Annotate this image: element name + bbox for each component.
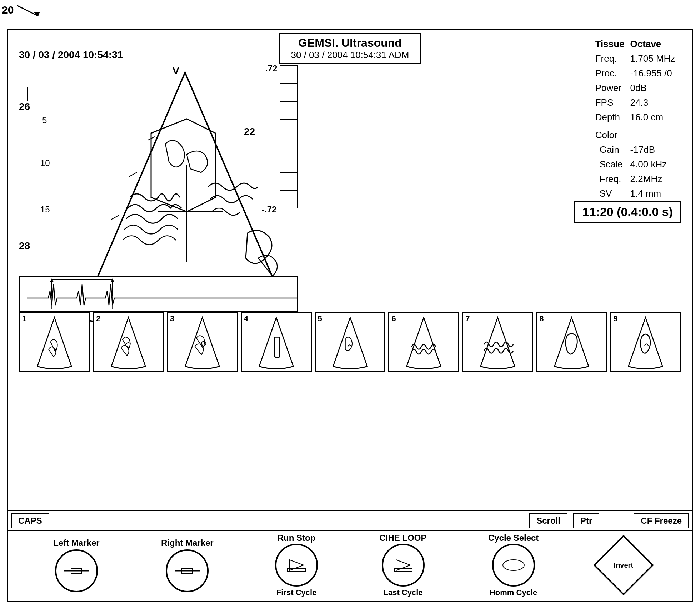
thumbnail-8[interactable]: 8 <box>536 312 607 372</box>
scale-value: 4.00 kHz <box>628 157 681 172</box>
depth-value: 16.0 cm <box>628 110 681 125</box>
fps-value: 24.3 <box>628 95 681 110</box>
bottom-controls: Left Marker Right Marker Run Stop <box>8 533 692 597</box>
left-marker-button[interactable]: Left Marker <box>53 538 99 592</box>
depth-15: 15 <box>40 205 50 215</box>
cf-freeze-button[interactable]: CF Freeze <box>634 513 689 528</box>
cycle-select-top-label: Cycle Select <box>488 533 539 543</box>
run-stop-button[interactable]: Run Stop First Cycle <box>275 533 318 597</box>
cihe-loop-top-label: CIHE LOOP <box>380 533 427 543</box>
proc-label: Proc. <box>592 66 628 81</box>
invert-label: Invert <box>614 561 633 569</box>
gain-value: -17dB <box>628 142 681 157</box>
ref-26: 26 <box>19 87 33 112</box>
scale-label: Scale <box>592 157 628 172</box>
caps-button[interactable]: CAPS <box>11 513 49 528</box>
cihe-loop-bottom-label: Last Cycle <box>383 588 422 597</box>
color-freq-label: Freq. <box>592 172 628 186</box>
run-stop-top-label: Run Stop <box>278 533 316 543</box>
bottom-toolbar: CAPS Scroll Ptr CF Freeze <box>8 510 692 531</box>
sv-label: SV <box>592 186 628 201</box>
color-label: Color <box>592 125 681 142</box>
tissue-label: Tissue <box>592 37 628 51</box>
run-stop-bottom-label: First Cycle <box>276 588 317 597</box>
fps-label: FPS <box>592 95 628 110</box>
svg-line-4 <box>129 172 137 177</box>
octave-label: Octave <box>628 37 681 51</box>
time-display: 11:20 (0.4:0.0 s) <box>574 201 681 223</box>
ref-20-label: 20 <box>2 2 45 20</box>
freq-label: Freq. <box>592 51 628 66</box>
svg-marker-12 <box>50 278 54 282</box>
gain-label: Gain <box>592 142 628 157</box>
thumbnail-7[interactable]: 7 <box>462 312 533 372</box>
right-marker-top-label: Right Marker <box>161 538 214 548</box>
ptr-button[interactable]: Ptr <box>573 513 599 528</box>
ecg-waveform <box>19 276 298 312</box>
cycle-select-button[interactable]: Cycle Select Homm Cycle <box>488 533 539 597</box>
header-title: GEMSI. Ultrasound <box>291 36 409 50</box>
left-marker-top-label: Left Marker <box>53 538 99 548</box>
ref-28: 28 <box>19 240 30 252</box>
svg-line-5 <box>111 215 119 220</box>
left-marker-circle[interactable] <box>55 549 98 592</box>
thumbnails-area: 1 2 3 <box>19 312 681 372</box>
thumbnail-1[interactable]: 1 <box>19 312 90 372</box>
cycle-select-circle[interactable] <box>492 544 535 587</box>
header-subtitle: 30 / 03 / 2004 10:54:31 ADM <box>291 50 409 61</box>
svg-line-0 <box>17 5 38 16</box>
depth-label: Depth <box>592 110 628 125</box>
header-bar: GEMSI. Ultrasound 30 / 03 / 2004 10:54:3… <box>279 33 421 64</box>
thumbnail-6[interactable]: 6 <box>388 312 459 372</box>
svg-marker-14 <box>111 278 114 282</box>
scroll-button[interactable]: Scroll <box>529 513 568 528</box>
sv-value: 1.4 mm <box>628 186 681 201</box>
proc-value: -16.955 /0 <box>628 66 681 81</box>
power-label: Power <box>592 81 628 95</box>
color-freq-value: 2.2MHz <box>628 172 681 186</box>
cycle-select-bottom-label: Homm Cycle <box>490 588 537 597</box>
depth-10: 10 <box>40 158 50 168</box>
freq-value: 1.705 MHz <box>628 51 681 66</box>
power-value: 0dB <box>628 81 681 95</box>
timestamp-topleft: 30 / 03 / 2004 10:54:31 <box>19 49 123 61</box>
thumbnail-5[interactable]: 5 <box>315 312 386 372</box>
cihe-loop-button[interactable]: CIHE LOOP Last Cycle <box>380 533 427 597</box>
main-container: GEMSI. Ultrasound 30 / 03 / 2004 10:54:3… <box>7 29 693 602</box>
thumbnail-4[interactable]: 4 <box>241 312 312 372</box>
run-stop-circle[interactable] <box>275 544 318 587</box>
thumbnail-2[interactable]: 2 <box>93 312 164 372</box>
invert-button[interactable]: Invert <box>600 542 647 588</box>
thumbnail-9[interactable]: 9 <box>610 312 681 372</box>
thumbnail-3[interactable]: 3 <box>167 312 238 372</box>
right-marker-button[interactable]: Right Marker <box>161 538 214 592</box>
cihe-loop-circle[interactable] <box>382 544 425 587</box>
depth-5: 5 <box>42 115 47 125</box>
right-marker-circle[interactable] <box>166 549 209 592</box>
info-panel: Tissue Octave Freq. 1.705 MHz Proc. -16.… <box>592 37 681 216</box>
